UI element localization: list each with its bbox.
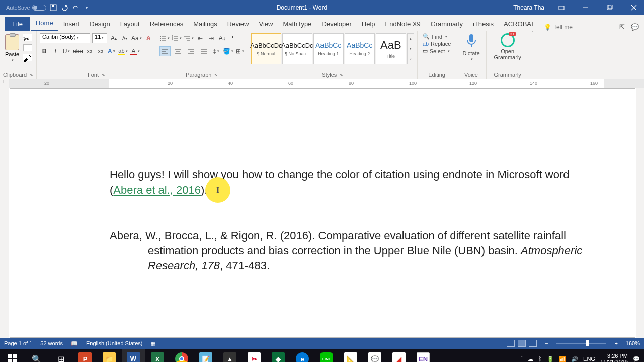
tab-insert[interactable]: Insert [58, 17, 85, 31]
font-launcher-icon[interactable]: ⬊ [102, 73, 105, 77]
clock[interactable]: 3:26 PM 11/21/2019 [600, 353, 628, 362]
grow-font-icon[interactable]: A▴ [109, 33, 118, 43]
edge-icon[interactable]: e [291, 349, 314, 362]
italic-button[interactable]: I [51, 46, 60, 56]
paste-button[interactable]: Paste ▾ [3, 32, 21, 64]
qat-more-icon[interactable]: ▾ [83, 4, 91, 12]
bullets-icon[interactable]: ▾ [159, 33, 170, 43]
align-right-icon[interactable] [186, 46, 197, 56]
clipboard-launcher-icon[interactable]: ⬊ [30, 73, 33, 77]
tray-more-icon[interactable]: ˆ [521, 356, 523, 362]
endnote-taskbar-icon[interactable]: EN [412, 349, 435, 362]
autosave-toggle[interactable]: AutoSave [6, 5, 46, 11]
maximize-button[interactable] [600, 0, 620, 15]
share-icon[interactable]: ⇱ [618, 23, 626, 31]
format-painter-icon[interactable]: 🖌 [23, 54, 32, 61]
multilevel-icon[interactable]: ▾ [184, 33, 194, 43]
explorer-icon[interactable]: 📁 [98, 349, 121, 362]
tab-mailings[interactable]: Mailings [188, 17, 222, 31]
justify-icon[interactable] [199, 46, 210, 56]
minimize-button[interactable] [576, 0, 596, 15]
replace-button[interactable]: ab Replace [423, 41, 451, 47]
horizontal-ruler[interactable]: L 20 20 40 60 80 100 120 140 160 [0, 79, 644, 88]
tab-help[interactable]: Help [357, 17, 380, 31]
select-button[interactable]: ▭ Select ▾ [423, 48, 451, 54]
read-view-icon[interactable] [507, 340, 515, 347]
language-tray[interactable]: ENG [583, 356, 595, 362]
line-spacing-icon[interactable]: ‡▾ [212, 46, 221, 56]
word-icon[interactable]: W [122, 349, 145, 362]
change-case-icon[interactable]: Aa▾ [131, 33, 142, 43]
volume-icon[interactable]: 🔊 [571, 356, 578, 363]
powerpoint-icon[interactable]: P [73, 349, 97, 362]
dictate-button[interactable]: Dictate▾ [459, 32, 482, 62]
user-name[interactable]: Theara Tha [513, 4, 544, 11]
undo-icon[interactable] [60, 4, 68, 12]
shading-icon[interactable]: 🪣▾ [223, 46, 233, 56]
zoom-slider[interactable] [556, 343, 606, 344]
tell-me-search[interactable]: 💡 Tell me [544, 24, 573, 31]
style-nospacing[interactable]: AaBbCcDc¶ No Spac... [282, 33, 312, 64]
acrobat-icon[interactable]: ◢ [387, 349, 411, 362]
citation-link[interactable]: Abera et al., 2016 [113, 184, 201, 196]
ruler-toggle-icon[interactable]: L [0, 79, 9, 88]
close-button[interactable] [624, 0, 644, 15]
indent-decrease-icon[interactable]: ⇤ [196, 33, 205, 43]
cut-icon[interactable]: ✂ [23, 34, 32, 41]
highlight-icon[interactable]: ab▾ [118, 46, 128, 56]
align-center-icon[interactable] [173, 46, 184, 56]
save-icon[interactable] [49, 4, 57, 12]
spellcheck-icon[interactable]: 📖 [71, 340, 78, 347]
tab-mathtype[interactable]: MathType [278, 17, 316, 31]
paragraph-1[interactable]: Hello guys! I will show you how to chang… [110, 167, 595, 197]
strike-button[interactable]: abc [73, 46, 83, 56]
sort-icon[interactable]: A↓ [218, 33, 227, 43]
tab-references[interactable]: References [145, 17, 188, 31]
word-count[interactable]: 52 words [40, 340, 63, 346]
shrink-font-icon[interactable]: A▾ [120, 33, 129, 43]
redo-icon[interactable] [71, 4, 79, 12]
tab-layout[interactable]: Layout [115, 17, 145, 31]
language-indicator[interactable]: English (United States) [86, 340, 143, 346]
web-view-icon[interactable] [529, 340, 537, 347]
tab-design[interactable]: Design [85, 17, 115, 31]
document-page[interactable]: Hello guys! I will show you how to chang… [10, 88, 635, 338]
ribbon-options-icon[interactable] [551, 0, 572, 15]
tab-ithesis[interactable]: iThesis [468, 17, 499, 31]
print-view-icon[interactable] [518, 340, 526, 347]
notifications-icon[interactable]: 💬 [633, 356, 640, 363]
line-icon[interactable]: LINE [315, 349, 338, 362]
font-name-select[interactable]: Calibri (Body)▾ [40, 33, 90, 43]
tab-review[interactable]: Review [222, 17, 254, 31]
vertical-ruler[interactable] [0, 88, 9, 338]
paragraph-launcher-icon[interactable]: ⬊ [214, 73, 218, 77]
tab-file[interactable]: File [5, 17, 30, 31]
find-button[interactable]: 🔍 Find ▾ [423, 33, 451, 40]
page-indicator[interactable]: Page 1 of 1 [4, 340, 32, 346]
system-tray[interactable]: ˆ ☁ ᛒ 🔋 📶 🔊 ENG 3:26 PM 11/21/2019 💬 [521, 353, 643, 362]
zoom-out-icon[interactable]: − [545, 340, 548, 346]
borders-icon[interactable]: ⊞▾ [235, 46, 245, 56]
battery-icon[interactable]: 🔋 [547, 356, 554, 363]
subscript-button[interactable]: x2 [85, 46, 94, 56]
tab-home[interactable]: Home [31, 16, 58, 31]
show-marks-icon[interactable]: ¶ [229, 33, 238, 43]
start-button[interactable] [1, 349, 24, 362]
wifi-icon[interactable]: 📶 [559, 356, 566, 363]
tab-view[interactable]: View [254, 17, 278, 31]
videolan-icon[interactable]: ▲ [218, 349, 242, 362]
copy-icon[interactable] [23, 44, 32, 51]
notepad-icon[interactable]: 📝 [194, 349, 217, 362]
tab-acrobat[interactable]: ACROBAT [499, 17, 540, 31]
zoom-level[interactable]: 160% [626, 340, 640, 346]
vertical-scrollbar[interactable] [636, 88, 644, 338]
styles-more-icon[interactable]: ▴▾▿ [407, 33, 414, 64]
macro-icon[interactable]: ▦ [150, 340, 155, 347]
text-effects-icon[interactable]: A▾ [107, 46, 116, 56]
tab-grammarly[interactable]: Grammarly [426, 17, 468, 31]
indent-increase-icon[interactable]: ⇥ [207, 33, 216, 43]
bluetooth-icon[interactable]: ᛒ [538, 356, 542, 362]
style-heading2[interactable]: AaBbCcHeading 2 [345, 33, 375, 64]
onedrive-icon[interactable]: ☁ [528, 356, 533, 363]
numbering-icon[interactable]: 123▾ [172, 33, 182, 43]
